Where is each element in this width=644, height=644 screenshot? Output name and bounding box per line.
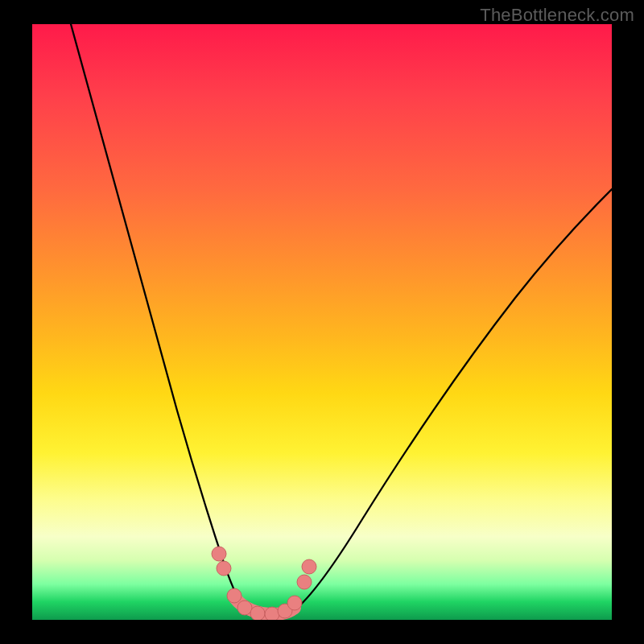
watermark-text: TheBottleneck.com — [480, 5, 634, 26]
bead — [212, 547, 226, 561]
bead — [297, 575, 312, 589]
bead — [265, 607, 279, 620]
curve-right-branch — [290, 189, 612, 613]
bead — [217, 561, 231, 576]
bead — [250, 606, 265, 620]
sample-markers — [212, 547, 316, 620]
bead — [227, 588, 242, 603]
bead — [287, 596, 302, 610]
bead — [302, 559, 316, 574]
bottleneck-curve — [32, 24, 612, 620]
curve-left-branch — [71, 24, 246, 610]
chart-frame: TheBottleneck.com — [0, 0, 644, 644]
plot-area — [32, 24, 612, 620]
bead — [237, 601, 252, 615]
